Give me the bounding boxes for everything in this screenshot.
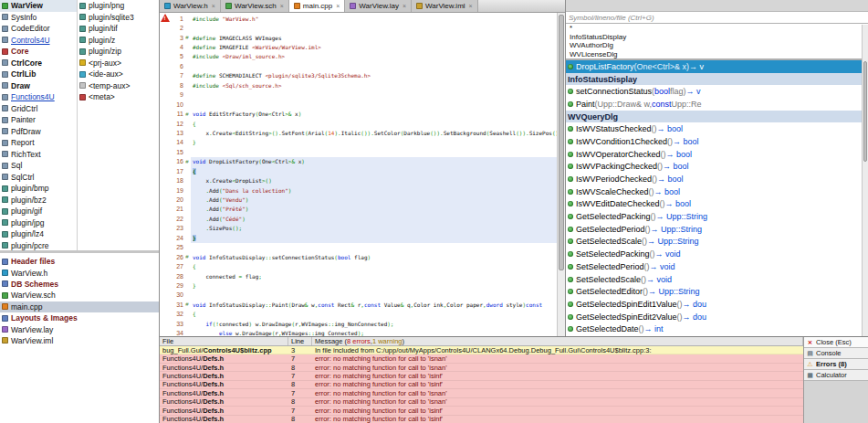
editor-tab[interactable]: main.cpp× [289,0,346,12]
gutter[interactable]: 19 [160,185,191,195]
package-item[interactable]: Painter [0,114,77,126]
code-text[interactable]: void DropListFactory(One<Ctrl>& x) [191,157,557,166]
code-line[interactable]: 24} [160,233,557,242]
file-item[interactable]: main.cpp [0,301,159,312]
file-item[interactable]: WarView.iml [0,335,159,346]
code-text[interactable]: { [191,310,557,319]
console-button[interactable]: ▤Console [804,348,868,359]
gutter[interactable]: 16# [160,157,191,166]
package-item[interactable]: plugin/bz2 [0,195,77,206]
package-item[interactable]: plugin/bmp [0,183,77,195]
code-line[interactable]: 13 x.Create<EditString>().SetFont(Arial(… [160,128,557,137]
gutter[interactable]: 9 [160,90,191,100]
code-line[interactable]: 30 [160,291,557,300]
tab-close-icon[interactable]: × [336,3,340,9]
code-text[interactable]: { [191,261,557,270]
code-text[interactable] [191,291,557,300]
code-text[interactable] [191,61,557,70]
code-text[interactable]: x.Create<EditString>().SetFont(Arial(14)… [191,128,557,137]
package-item[interactable]: <temp-aux> [78,80,159,92]
code-line[interactable]: 4#define IMAGEFILE <WarView/WarView.iml> [160,42,557,51]
tab-close-icon[interactable]: × [469,3,473,9]
editor-tab[interactable]: WarView.h× [160,0,221,12]
code-line[interactable]: 23 .SizePos(); [160,224,557,233]
gutter[interactable]: 27 [160,261,191,270]
editor-tab[interactable]: WarView.lay× [345,0,412,12]
error-row[interactable]: Functions4U/Defs.h8error: no matching fu… [160,364,803,372]
code-text[interactable] [191,100,557,109]
gutter[interactable]: 32 [160,310,191,319]
errors-button[interactable]: ⚠Errors (8) [804,359,868,370]
error-row[interactable]: Functions4U/Defs.h7error: no matching fu… [160,372,803,380]
nav-symbol-item[interactable]: GetSelectedSpinEdit2Value() → dou [566,311,862,323]
gutter[interactable]: 5 [160,52,191,61]
code-text[interactable] [191,243,557,252]
error-row[interactable]: Functions4U/Defs.h8error: no matching fu… [160,416,803,423]
editor-scrollbar-thumb[interactable] [559,15,564,270]
code-line[interactable]: 18 x.Create<DropList>() [160,175,557,185]
code-area[interactable]: 1#include "WarView.h"23##define IMAGECLA… [160,14,557,336]
navigator-scrollbar[interactable] [862,25,868,336]
package-item[interactable]: plugin/jpg [0,217,77,229]
code-line[interactable]: 17{ [160,166,557,175]
nav-scope-item[interactable]: InfoStatusDisplay [566,33,868,42]
package-item[interactable]: CtrlCore [0,58,77,69]
code-line[interactable]: 3##define IMAGECLASS WVImages [160,33,557,42]
code-editor[interactable]: 1#include "WarView.h"23##define IMAGECLA… [160,13,565,336]
file-item[interactable]: WarView.sch [0,290,159,301]
editor-tab[interactable]: WarView.sch× [221,0,289,12]
gutter[interactable]: 28 [160,271,191,280]
error-row[interactable]: Functions4U/Defs.h8error: no matching fu… [160,398,803,407]
nav-symbol-item[interactable]: GetSelectedPacking() → Upp::String [566,210,862,223]
code-text[interactable]: } [191,138,557,147]
nav-class-header[interactable]: WVQueryDlg [566,111,862,123]
gutter[interactable]: 15 [160,147,191,156]
package-item[interactable]: Sql [0,160,77,172]
gutter[interactable]: 1 [160,14,191,23]
nav-symbol-item[interactable]: IsWVStatusChecked() → bool [566,122,862,135]
gutter[interactable]: 10 [160,100,191,109]
code-text[interactable]: } [191,233,557,242]
package-item[interactable]: <meta> [78,91,159,103]
nav-scope-item[interactable]: WVAuthorDlg [566,41,868,50]
nav-symbol-item[interactable]: IsWVEditDateChecked() → bool [566,198,862,211]
column-header-line[interactable]: Line [288,337,312,345]
package-item[interactable]: PdfDraw [0,126,77,138]
code-line[interactable]: 6 [160,61,557,70]
file-group-item[interactable]: Layouts & Images [0,312,159,323]
gutter[interactable]: 20 [160,195,191,204]
close-button[interactable]: ×Close (Esc) [804,337,868,348]
gutter[interactable]: 4 [160,42,191,51]
package-item[interactable]: plugin/zip [78,46,159,58]
code-text[interactable]: x.Create<DropList>() [191,175,557,185]
code-line[interactable]: 14} [160,138,557,147]
column-header-file[interactable]: File [160,337,288,345]
code-line[interactable]: 25 [160,243,557,252]
navigator-scrollbar-thumb[interactable] [863,61,867,162]
code-text[interactable] [191,90,557,100]
package-item[interactable]: Functions4U [0,91,77,103]
gutter[interactable]: 12 [160,119,191,128]
code-text[interactable]: #include <Sql/sch_source.h> [191,80,557,90]
gutter[interactable]: 17 [160,166,191,175]
code-line[interactable]: 11#void EditStrFactory(One<Ctrl>& x) [160,109,557,118]
gutter[interactable]: 2 [160,23,191,32]
code-line[interactable]: 26#void InfoStatusDisplay::setConnection… [160,252,557,261]
code-line[interactable]: 32{ [160,310,557,319]
code-line[interactable]: 1#include "WarView.h" [160,14,557,23]
code-line[interactable]: 31#void InfoStatusDisplay::Paint(Draw& w… [160,300,557,309]
code-text[interactable]: connected = flag; [191,271,557,280]
gutter[interactable]: 26# [160,252,191,261]
package-item[interactable]: plugin/tif [78,23,159,35]
code-line[interactable]: 9 [160,90,557,100]
code-text[interactable] [191,147,557,156]
nav-symbol-item[interactable]: DropListFactory(One<Ctrl>& x) → v [566,60,862,73]
nav-symbol-item[interactable]: GetSelectedDate() → int [566,323,862,335]
code-line[interactable]: 21 .Add("Prêté") [160,205,557,214]
code-line[interactable]: 7#define SCHEMADIALECT <plugin/sqlite3/S… [160,71,557,80]
nav-symbol-item[interactable]: IsWVOperatorChecked() → bool [566,148,862,161]
gutter[interactable]: 18 [160,175,191,185]
code-line[interactable]: 29} [160,280,557,290]
gutter[interactable]: 11# [160,109,191,118]
file-item[interactable]: WarView.lay [0,323,159,334]
